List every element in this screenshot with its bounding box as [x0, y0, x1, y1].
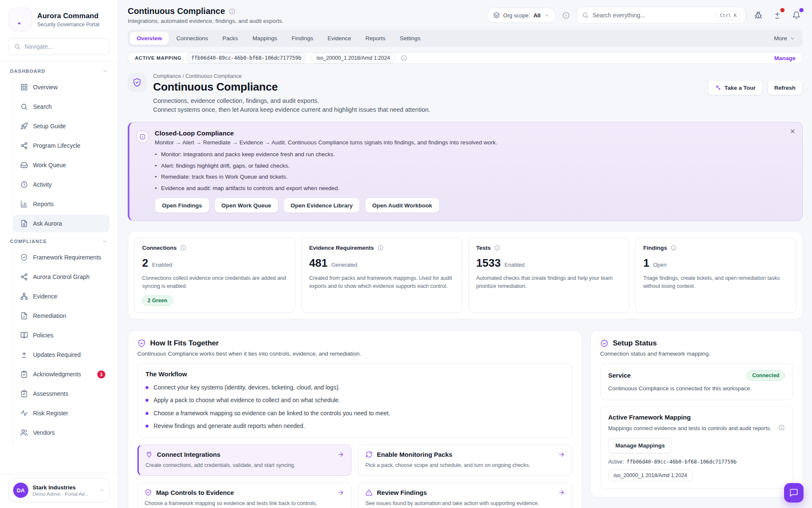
refresh-label: Refresh: [774, 85, 796, 91]
bullet-dot: [145, 425, 148, 428]
page-title: Continuous Compliance: [128, 6, 225, 16]
active-mapping-label: ACTIVE MAPPING: [135, 55, 181, 61]
file-check-icon: [20, 312, 28, 320]
sidebar-item-reports[interactable]: Reports: [14, 195, 110, 213]
sidebar-item-work-queue[interactable]: Work Queue: [14, 156, 110, 174]
info-icon[interactable]: [778, 424, 785, 431]
sidebar-item-updates-required[interactable]: Updates Required: [14, 346, 110, 364]
sidebar-section-compliance[interactable]: COMPLIANCE: [8, 236, 110, 248]
sidebar-item-setup-guide[interactable]: Setup Guide: [14, 117, 110, 135]
hero-title: Continuous Compliance: [153, 80, 430, 94]
action-card-desc: Choose a framework mapping so evidence a…: [145, 500, 344, 508]
tab-overview[interactable]: Overview: [130, 32, 169, 45]
close-icon[interactable]: ✕: [790, 127, 796, 135]
action-card-title: Connect Integrations: [157, 451, 220, 458]
sidebar-item-aurora-control-graph[interactable]: Aurora Control Graph: [14, 268, 110, 286]
tab-findings[interactable]: Findings: [285, 32, 320, 45]
sidebar-group-dashboard: Overview Search Setup Guide Program Life…: [13, 77, 110, 236]
user-menu[interactable]: DA Stark Industries Demo Admin · Portal …: [8, 478, 110, 502]
tab-packs[interactable]: Packs: [216, 32, 245, 45]
info-icon[interactable]: [377, 245, 384, 251]
manage-mappings-button[interactable]: Manage Mappings: [608, 438, 672, 453]
chat-fab-button[interactable]: [784, 483, 804, 502]
sidebar-item-vendors[interactable]: Vendors: [14, 424, 110, 442]
review-findings-card[interactable]: Review Findings See issues found by auto…: [358, 483, 572, 508]
org-scope-selector[interactable]: Org scope: All: [487, 8, 556, 23]
clipboard-check-icon: [20, 390, 28, 398]
bullet-dot: [145, 412, 148, 415]
take-a-tour-button[interactable]: Take a Tour: [708, 80, 763, 95]
sidebar-item-overview[interactable]: Overview: [14, 78, 110, 96]
info-icon[interactable]: [401, 55, 407, 61]
book-open-icon: [20, 331, 28, 339]
info-icon[interactable]: [229, 8, 236, 15]
tab-evidence[interactable]: Evidence: [321, 32, 358, 45]
stat-desc: Created from packs and framework mapping…: [309, 274, 454, 290]
map-controls-to-evidence-card[interactable]: Map Controls to Evidence Choose a framew…: [137, 483, 351, 508]
chat-bubble-icon: [789, 488, 798, 497]
global-search[interactable]: Ctrl K: [576, 7, 746, 24]
page-subtitle: Integrations, automated evidence, findin…: [128, 18, 284, 24]
tabs-more-button[interactable]: More: [769, 35, 801, 41]
sidebar-item-acknowledgments[interactable]: Acknowledgments 1: [14, 365, 110, 383]
active-framework-mapping-card: Active Framework Mapping Mappings connec…: [600, 406, 793, 489]
sidebar-item-label: Vendors: [33, 429, 55, 436]
updates-button[interactable]: [771, 9, 784, 22]
notifications-button[interactable]: [790, 9, 803, 22]
chevron-down-icon: [544, 13, 549, 18]
sidebar-item-evidence[interactable]: Evidence: [14, 287, 110, 305]
enable-monitoring-packs-card[interactable]: Enable Monitoring Packs Pick a pack, cho…: [358, 444, 572, 476]
stats-row: Connections 2 Enabled Connections collec…: [128, 231, 803, 319]
sidebar-item-program-lifecycle[interactable]: Program Lifecycle: [14, 137, 110, 155]
action-card-title: Enable Monitoring Packs: [377, 451, 452, 458]
sidebar-item-label: Activity: [33, 181, 52, 188]
connect-integrations-card[interactable]: Connect Integrations Create connections,…: [137, 444, 351, 476]
sidebar-navigate-input[interactable]: [25, 43, 104, 50]
diff-icon: [773, 11, 782, 19]
bullet-dot: [145, 386, 148, 389]
open-evidence-library-button[interactable]: Open Evidence Library: [283, 198, 360, 213]
arrow-right-icon: [337, 489, 344, 496]
bug-icon: [754, 11, 763, 19]
stat-value: 481: [309, 257, 327, 270]
debug-button[interactable]: [752, 9, 765, 22]
sidebar-item-policies[interactable]: Policies: [14, 326, 110, 344]
sidebar-item-risk-register[interactable]: Risk Register: [14, 404, 110, 422]
grid-icon: [20, 83, 28, 91]
info-icon[interactable]: [562, 11, 570, 19]
tab-connections[interactable]: Connections: [170, 32, 215, 45]
sidebar-item-search[interactable]: Search: [14, 98, 110, 116]
sidebar-item-framework-requirements[interactable]: Framework Requirements: [14, 248, 110, 266]
info-icon[interactable]: [494, 245, 500, 251]
sidebar-item-assessments[interactable]: Assessments: [14, 385, 110, 403]
info-icon[interactable]: [670, 245, 677, 251]
sidebar-divider: [0, 61, 118, 61]
notification-dot: [799, 8, 804, 12]
open-audit-workbook-button[interactable]: Open Audit Workbook: [365, 198, 439, 213]
sidebar-item-activity[interactable]: Activity: [14, 176, 110, 193]
sidebar-section-dashboard[interactable]: DASHBOARD: [8, 66, 110, 77]
refresh-button[interactable]: Refresh: [767, 80, 803, 95]
manage-mapping-link[interactable]: Manage: [774, 55, 796, 61]
chevron-down-icon: [102, 68, 108, 74]
sidebar-navigate-box[interactable]: [8, 38, 110, 55]
callout-title: Closed-Loop Compliance: [155, 130, 794, 137]
stat-label: Evidence Requirements: [309, 245, 374, 251]
global-search-input[interactable]: [593, 12, 713, 19]
breadcrumb: Compliance / Continuous Compliance: [153, 73, 430, 79]
info-icon[interactable]: [180, 245, 187, 251]
callout-bullet: Evidence and audit: map artifacts to con…: [155, 184, 794, 193]
chevron-down-icon: [102, 238, 108, 244]
panel-subtitle: Connection status and framework mapping.: [600, 351, 793, 357]
panel-title: Setup Status: [613, 339, 657, 348]
tab-settings[interactable]: Settings: [393, 32, 427, 45]
inbox-icon: [20, 161, 28, 169]
tab-mappings[interactable]: Mappings: [246, 32, 284, 45]
sidebar-item-ask-aurora[interactable]: Ask Aurora: [14, 215, 110, 232]
open-findings-button[interactable]: Open Findings: [155, 198, 209, 213]
open-work-queue-button[interactable]: Open Work Queue: [214, 198, 279, 213]
clock-icon: [20, 181, 28, 188]
sidebar-item-remediation[interactable]: Remediation: [14, 307, 110, 325]
tab-reports[interactable]: Reports: [359, 32, 392, 45]
sidebar-item-label: Overview: [33, 84, 58, 91]
